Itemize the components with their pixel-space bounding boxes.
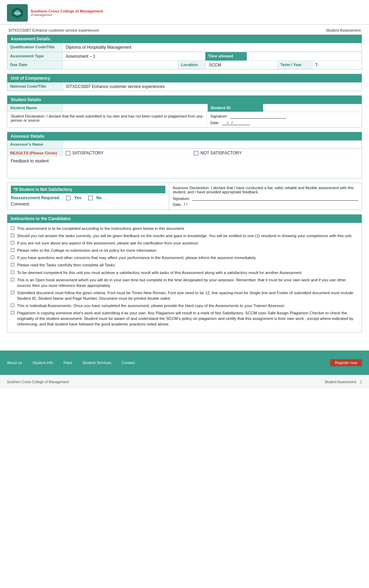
logo-title-line1: Southern Cross College of Management (31, 9, 103, 13)
term-label: Term / Year (278, 61, 312, 69)
instruction-item-1: This assessment is to be completed accor… (11, 226, 358, 231)
student-details-header: Student Details (7, 96, 362, 104)
instruction-item-10: This is Individual Assessments. Once you… (11, 303, 358, 308)
assessor-date-value: / / (184, 202, 187, 207)
comment-label: Comment: (11, 202, 30, 207)
reassessment-no-checkbox[interactable] (88, 196, 93, 200)
assessor-signature-line: Signature: (173, 196, 358, 201)
bullet-2 (11, 234, 14, 237)
student-name-value (63, 104, 208, 112)
time-label: Time allowed (205, 52, 247, 61)
footer-nav-contact[interactable]: Contact (122, 361, 135, 365)
student-details-title: Student Details (11, 97, 41, 102)
satisfactory-option: SATISFACTORY (66, 151, 104, 155)
footer-nav-services[interactable]: Student Services (82, 361, 111, 365)
footer-nav-about[interactable]: About us (7, 361, 22, 365)
not-satisfactory-checkbox[interactable] (194, 151, 198, 155)
instruction-item-6: Please read the Tasks carefully then com… (11, 262, 358, 268)
declaration-text: Student Declaration: I declare that the … (11, 114, 203, 122)
assessment-details-header: Assessment Details (7, 35, 362, 43)
instruction-text-4: Please refer to the College re-submissio… (17, 248, 157, 253)
instructions-section: Instructions to the Candidates This asse… (7, 214, 362, 332)
assessment-details-title: Assessment Details (11, 37, 50, 41)
student-declaration: Student Declaration: I declare that the … (7, 112, 207, 127)
footer-nav-student-info[interactable]: Student Info (32, 361, 53, 365)
reassessment-row: Reassessment Required Yes No (11, 195, 165, 200)
satisfactory-label: SATISFACTORY (72, 151, 104, 155)
instruction-text-7: To be deemed competent for this unit you… (17, 270, 302, 275)
instruction-text-3: If you are not sure about any aspect of … (17, 240, 199, 246)
instruction-item-7: To be deemed competent for this unit you… (11, 270, 358, 275)
instruction-text-6: Please read the Tasks carefully then com… (17, 262, 116, 268)
instruction-text-9: Submitted document must follow the given… (17, 290, 358, 301)
national-value: SITXCCS007 Enhance customer service expe… (63, 82, 362, 91)
bullet-9 (11, 291, 14, 294)
doc-title-left: SITXCCS007 Enhance customer service expe… (8, 28, 99, 32)
satisfactory-checkbox[interactable] (66, 151, 70, 155)
feedback-row: Feedback to student: (7, 157, 362, 171)
bullet-5 (11, 256, 14, 259)
not-sat-left: *If Student is Not Satisfactory Reassess… (7, 183, 169, 210)
yes-label: Yes (74, 195, 81, 200)
bullet-3 (11, 241, 14, 244)
type-label: Assessment Type (7, 52, 63, 61)
no-label: No (96, 195, 102, 200)
instruction-text-5: If you have questions and other concerns… (17, 255, 256, 260)
due-label: Due Date (7, 61, 63, 69)
results-label: RESULTS (Please Circle) (7, 149, 63, 157)
instruction-item-4: Please refer to the College re-submissio… (11, 248, 358, 253)
assessor-details-section: Assessor Details Assessor's Name RESULTS… (7, 132, 362, 178)
results-options: SATISFACTORY NOT SATISFACTORY (63, 149, 362, 157)
student-id-value (263, 104, 362, 112)
qual-value: Diploma of Hospitality Management (63, 43, 362, 52)
footer-nav-fees[interactable]: Fees (64, 361, 72, 365)
location-label: Location (178, 61, 206, 69)
uoc-row: National Code/Title SITXCCS007 Enhance c… (7, 82, 362, 91)
bullet-10 (11, 304, 14, 307)
register-button[interactable]: Register now (330, 359, 362, 366)
main-content: Assessment Details Qualification Code/Ti… (0, 34, 369, 344)
not-satisfactory-section: *If Student is Not Satisfactory Reassess… (7, 183, 362, 210)
time-value (247, 52, 362, 61)
uoc-title: Unit of Competency (11, 76, 50, 81)
bullet-11 (11, 311, 14, 314)
doc-title-right: Student Assessment (326, 28, 361, 32)
student-details-section: Student Details Student Name Student ID … (7, 95, 362, 128)
assessor-details-title: Assessor Details (11, 134, 44, 139)
instruction-item-9: Submitted document must follow the given… (11, 290, 358, 301)
footer-page-number: 1 (360, 380, 362, 384)
instruction-text-1: This assessment is to be completed accor… (17, 226, 185, 231)
page-header: SCCM Southern Cross College of Managemen… (0, 0, 369, 25)
qual-label: Qualification Code/Title (7, 43, 63, 52)
assessor-declaration: Assessor Declaration: I declare that I h… (169, 183, 362, 210)
uoc-section: Unit of Competency National Code/Title S… (7, 74, 362, 91)
assessor-declaration-text: Assessor Declaration: I declare that I h… (173, 186, 358, 194)
bullet-6 (11, 263, 14, 266)
instruction-text-2: Should you not answer the tasks correctl… (17, 233, 352, 239)
assessor-signature-label: Signature: (173, 196, 190, 201)
reassessment-yes-checkbox[interactable] (66, 196, 71, 200)
footer-row2: Southern Cross College of Management Stu… (0, 375, 369, 389)
instruction-item-5: If you have questions and other concerns… (11, 255, 358, 260)
uoc-header: Unit of Competency (7, 74, 362, 82)
logo-title-line2: of Management (31, 13, 103, 17)
signature-value (230, 114, 286, 119)
not-sat-header: *If Student is Not Satisfactory (11, 186, 165, 193)
instruction-item-11: Plagiarism is copying someone else's wor… (11, 310, 358, 327)
bullet-8 (11, 278, 14, 281)
date-line: Date: / / (210, 121, 358, 125)
instruction-item-2: Should you not answer the tasks correctl… (11, 233, 358, 239)
bullet-4 (11, 248, 14, 252)
instruction-item-8: This is an Open book assessment which yo… (11, 277, 358, 288)
date-label: Date: (210, 121, 219, 125)
due-value (63, 61, 178, 69)
term-value: T- (312, 61, 362, 69)
assessor-name-value (63, 140, 362, 148)
page-footer: About us Student Info Fees Student Servi… (0, 351, 369, 375)
assessment-details-section: Assessment Details Qualification Code/Ti… (7, 34, 362, 70)
bullet-1 (11, 226, 14, 230)
instructions-list: This assessment is to be completed accor… (11, 226, 358, 327)
reassessment-label: Reassessment Required (11, 195, 59, 200)
instruction-item-3: If you are not sure about any aspect of … (11, 240, 358, 246)
footer-copyright: Southern Cross College of Management (7, 380, 69, 384)
